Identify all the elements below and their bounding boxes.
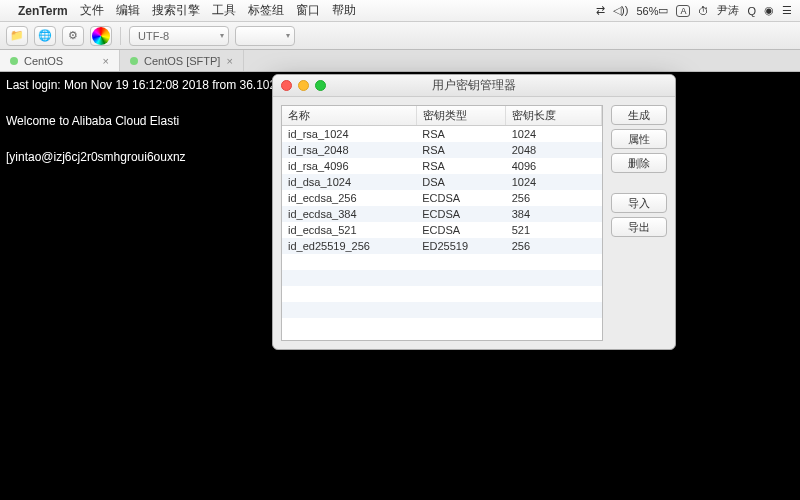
cell-type: RSA [416,142,505,158]
blank-select[interactable] [235,26,295,46]
cell-length: 256 [506,190,602,206]
status-dot-icon [130,57,138,65]
cell-name: id_ecdsa_384 [282,206,416,222]
tab-centos-sftp[interactable]: CentOS [SFTP] × [120,50,244,71]
button-spacer [611,177,667,189]
cell-name: id_ecdsa_521 [282,222,416,238]
sound-icon[interactable]: ◁)) [613,4,628,17]
cell-type: DSA [416,174,505,190]
table-row[interactable] [282,254,602,270]
terminal-line: Welcome to Alibaba Cloud Elasti [6,114,179,128]
tab-label: CentOS [SFTP] [144,55,220,67]
cell-name: id_ecdsa_256 [282,190,416,206]
battery-status[interactable]: 56% ▭ [636,4,668,17]
notification-icon[interactable]: ☰ [782,4,792,17]
tab-label: CentOS [24,55,63,67]
dialog-title: 用户密钥管理器 [432,77,516,94]
menu-tools[interactable]: 工具 [212,2,236,19]
delete-button[interactable]: 删除 [611,153,667,173]
dialog-button-column: 生成 属性 删除 导入 导出 [611,105,667,341]
app-name[interactable]: ZenTerm [18,4,68,18]
import-button[interactable]: 导入 [611,193,667,213]
cell-type: ECDSA [416,190,505,206]
table-row[interactable]: id_ed25519_256ED25519256 [282,238,602,254]
col-name[interactable]: 名称 [282,106,416,126]
status-dot-icon [10,57,18,65]
clock-icon[interactable]: ⏱ [698,5,709,17]
menu-search[interactable]: 搜索引擎 [152,2,200,19]
table-row[interactable]: id_rsa_4096RSA4096 [282,158,602,174]
macos-menubar: ZenTerm 文件 编辑 搜索引擎 工具 标签组 窗口 帮助 ⇄ ◁)) 56… [0,0,800,22]
tab-bar: CentOS × CentOS [SFTP] × [0,50,800,72]
col-type[interactable]: 密钥类型 [416,106,505,126]
table-row[interactable]: id_ecdsa_256ECDSA256 [282,190,602,206]
cell-type: ED25519 [416,238,505,254]
table-row[interactable]: id_ecdsa_384ECDSA384 [282,206,602,222]
close-icon[interactable]: × [103,55,109,67]
app-toolbar: 📁 🌐 ⚙ UTF-8 [0,22,800,50]
cell-type: RSA [416,126,505,143]
col-length[interactable]: 密钥长度 [506,106,602,126]
menu-help[interactable]: 帮助 [332,2,356,19]
cell-length: 521 [506,222,602,238]
table-row[interactable] [282,270,602,286]
globe-button[interactable]: 🌐 [34,26,56,46]
table-row[interactable] [282,302,602,318]
terminal-line: Last login: Mon Nov 19 16:12:08 2018 fro… [6,78,303,92]
menu-tabgroup[interactable]: 标签组 [248,2,284,19]
menu-edit[interactable]: 编辑 [116,2,140,19]
minimize-window-icon[interactable] [298,80,309,91]
toolbar-divider [120,27,121,45]
export-button[interactable]: 导出 [611,217,667,237]
key-manager-dialog: 用户密钥管理器 名称 密钥类型 密钥长度 id_rsa_1024RSA1024i… [272,74,676,350]
folder-button[interactable]: 📁 [6,26,28,46]
table-row[interactable] [282,286,602,302]
traffic-lights [281,80,326,91]
zoom-window-icon[interactable] [315,80,326,91]
generate-button[interactable]: 生成 [611,105,667,125]
cell-length: 384 [506,206,602,222]
dialog-body: 名称 密钥类型 密钥长度 id_rsa_1024RSA1024id_rsa_20… [273,97,675,349]
cell-type: ECDSA [416,222,505,238]
ime-icon[interactable]: A [676,5,690,17]
cell-name: id_rsa_2048 [282,142,416,158]
cell-name: id_dsa_1024 [282,174,416,190]
encoding-select[interactable]: UTF-8 [129,26,229,46]
user-name[interactable]: 尹涛 [717,3,739,18]
table-row[interactable]: id_rsa_1024RSA1024 [282,126,602,143]
cell-name: id_rsa_1024 [282,126,416,143]
table-header-row: 名称 密钥类型 密钥长度 [282,106,602,126]
spotlight-icon[interactable]: Q [747,5,756,17]
cell-name: id_ed25519_256 [282,238,416,254]
terminal-prompt: [yintao@izj6cj2r0smhgroui6ouxnz [6,150,186,164]
tab-centos[interactable]: CentOS × [0,50,120,71]
cell-length: 1024 [506,174,602,190]
cell-name: id_rsa_4096 [282,158,416,174]
cell-length: 4096 [506,158,602,174]
table-row[interactable] [282,318,602,334]
table-row[interactable]: id_ecdsa_521ECDSA521 [282,222,602,238]
gear-button[interactable]: ⚙ [62,26,84,46]
colorwheel-button[interactable] [90,26,112,46]
table-row[interactable]: id_rsa_2048RSA2048 [282,142,602,158]
close-icon[interactable]: × [226,55,232,67]
menu-window[interactable]: 窗口 [296,2,320,19]
cell-length: 256 [506,238,602,254]
cell-type: ECDSA [416,206,505,222]
menu-file[interactable]: 文件 [80,2,104,19]
key-table[interactable]: 名称 密钥类型 密钥长度 id_rsa_1024RSA1024id_rsa_20… [281,105,603,341]
table-row[interactable]: id_dsa_1024DSA1024 [282,174,602,190]
wifi-icon[interactable]: ⇄ [596,4,605,17]
cell-type: RSA [416,158,505,174]
properties-button[interactable]: 属性 [611,129,667,149]
siri-icon[interactable]: ◉ [764,4,774,17]
cell-length: 2048 [506,142,602,158]
close-window-icon[interactable] [281,80,292,91]
dialog-titlebar[interactable]: 用户密钥管理器 [273,75,675,97]
cell-length: 1024 [506,126,602,143]
